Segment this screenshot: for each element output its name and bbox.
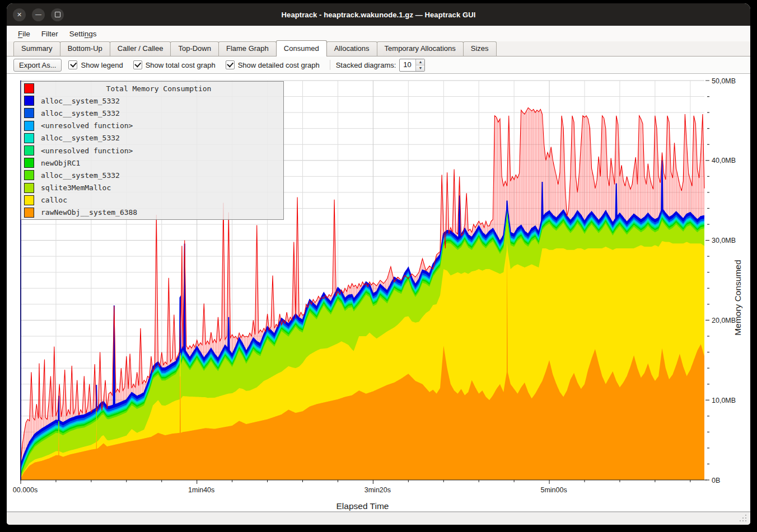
tab-temporary-allocations[interactable]: Temporary Allocations [377,41,464,56]
checkbox-box[interactable] [68,60,77,69]
y-tick-label: 10,0MB [712,397,736,404]
legend-swatch [24,208,34,218]
legend-item: calloc [21,194,283,206]
stacked-diagrams-stepper[interactable]: 10 ▲ ▼ [399,59,425,72]
legend-swatch [24,145,34,156]
legend-label: Total Memory Consumption [34,84,283,93]
toolbar-separator [330,60,330,70]
close-icon: ✕ [17,11,22,18]
legend-swatch [24,195,34,205]
menu-bar: FileFilterSettings [7,26,750,41]
checkbox-show-total-cost-graph[interactable]: Show total cost graph [133,60,216,69]
legend-label: <unresolved function> [41,147,133,155]
legend-item: alloc__system_5332 [21,169,283,181]
legend-item: rawNewObj__system_6388 [21,206,283,219]
legend-label: newObjRC1 [41,159,80,167]
close-button[interactable]: ✕ [13,8,26,21]
tab-sizes[interactable]: Sizes [463,41,497,56]
legend-swatch [24,96,34,106]
legend-swatch [24,170,34,180]
legend-item: newObjRC1 [21,157,283,169]
menu-settings[interactable]: Settings [64,27,102,40]
legend-label: sqlite3MemMalloc [41,183,111,192]
tab-bar: SummaryBottom-UpCaller / CalleeTop-DownF… [7,41,750,57]
checkbox-label: Show total cost graph [146,61,216,69]
legend-swatch [24,158,34,168]
y-tick-label: 50,0MB [712,77,736,85]
x-tick-label: 00.000s [13,486,38,494]
legend-item: alloc__system_5332 [21,132,283,144]
legend-label: alloc__system_5332 [41,97,120,105]
status-bar [7,512,750,525]
resize-grip[interactable] [740,515,747,522]
legend-swatch [24,183,34,193]
legend-item: alloc__system_5332 [21,107,283,119]
window-controls: ✕ — [13,8,64,21]
tab-flame-graph[interactable]: Flame Graph [218,41,277,56]
tab-allocations[interactable]: Allocations [326,41,377,56]
y-tick-label: 40,0MB [712,157,736,164]
checkbox-show-legend[interactable]: Show legend [68,60,123,69]
tab-consumed[interactable]: Consumed [276,40,327,57]
toolbar: Export As... Show legendShow total cost … [7,57,750,73]
legend-swatch [24,108,34,118]
memory-consumption-chart[interactable]: 00.000s1min40s3min20s5min00s0B10,0MB20,0… [7,73,750,512]
checkbox-box[interactable] [133,60,142,69]
spin-up-button[interactable]: ▲ [416,59,424,65]
app-window: ✕ — Heaptrack - heaptrack.wakunode.1.gz … [7,3,750,525]
tab-top-down[interactable]: Top-Down [170,41,219,56]
legend-item: <unresolved function> [21,120,283,132]
y-tick-label: 0B [712,477,720,484]
spin-down-button[interactable]: ▼ [416,65,424,71]
x-tick-label: 1min40s [188,486,214,494]
y-tick-label: 30,0MB [712,237,736,244]
title-bar: ✕ — Heaptrack - heaptrack.wakunode.1.gz … [7,3,750,26]
legend-label: alloc__system_5332 [41,109,120,117]
menu-filter[interactable]: Filter [36,27,64,40]
legend-item: sqlite3MemMalloc [21,182,283,194]
legend-label: alloc__system_5332 [41,171,120,180]
x-tick-label: 3min20s [365,486,391,494]
stacked-diagrams-label: Stacked diagrams: [336,61,396,69]
y-axis-title: Memory Consumed [733,260,742,335]
maximize-button[interactable] [51,8,64,21]
minimize-icon: — [35,11,41,17]
legend-label: <unresolved function> [41,121,133,130]
window-title: Heaptrack - heaptrack.wakunode.1.gz — He… [7,11,750,19]
checkbox-box[interactable] [226,60,235,69]
checkbox-group: Show legendShow total cost graphShow det… [68,60,329,69]
tab-caller-callee[interactable]: Caller / Callee [110,41,171,56]
legend-label: rawNewObj__system_6388 [41,208,137,216]
legend-label: calloc [41,196,67,204]
maximize-icon [55,12,60,17]
legend-swatch [24,133,34,143]
y-tick-label: 20,0MB [712,317,736,324]
minimize-button[interactable]: — [32,8,45,21]
checkbox-show-detailed-cost-graph[interactable]: Show detailed cost graph [226,60,320,69]
stacked-diagrams-value: 10 [400,59,415,71]
legend-swatch [24,121,34,131]
menu-file[interactable]: File [12,27,36,40]
x-tick-label: 5min00s [540,486,567,494]
x-axis-title: Elapsed Time [337,501,389,511]
legend-item: <unresolved function> [21,144,283,157]
chart-legend: Total Memory Consumptionalloc__system_53… [21,81,284,220]
legend-label: alloc__system_5332 [41,134,120,142]
checkbox-label: Show legend [81,61,123,69]
checkbox-label: Show detailed cost graph [238,61,320,69]
export-as-button[interactable]: Export As... [13,59,62,72]
tab-bottom-up[interactable]: Bottom-Up [60,41,110,56]
tab-summary[interactable]: Summary [13,41,60,56]
legend-item: Total Memory Consumption [21,82,283,95]
legend-swatch [24,83,34,93]
legend-item: alloc__system_5332 [21,95,283,107]
